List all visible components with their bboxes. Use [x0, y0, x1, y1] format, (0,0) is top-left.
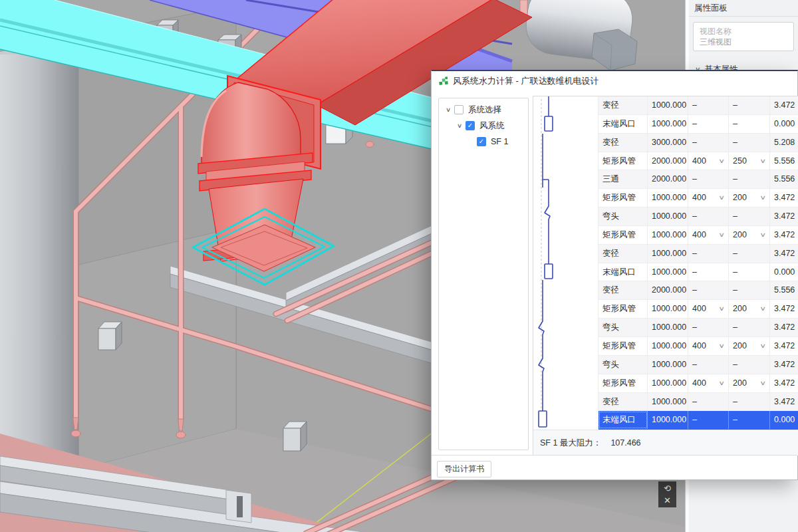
resistance-cell: 5.556 — [770, 152, 798, 170]
resistance-cell: 0.000 — [770, 263, 798, 281]
resistance-cell: 3.472 — [770, 226, 798, 244]
system-tree: ∨系统选择∨✓风系统✓SF 1 — [438, 98, 529, 450]
table-row[interactable]: 变径1000.000––3.472 — [598, 96, 798, 115]
export-report-button[interactable]: 导出计算书 — [437, 461, 491, 477]
height-cell: – — [729, 319, 770, 336]
table-row[interactable]: 变径1000.000––3.472 — [598, 393, 798, 412]
chevron-down-icon[interactable]: ∨ — [760, 300, 767, 318]
table-row[interactable]: 矩形风管1000.000400∨200∨3.472 — [598, 300, 798, 319]
flow-cell: 2000.000 — [648, 152, 688, 170]
checkbox[interactable]: ✓ — [466, 121, 475, 130]
flow-cell: 2000.000 — [648, 281, 688, 299]
resistance-cell: 0.000 — [770, 115, 798, 133]
tree-item-label: 系统选择 — [468, 104, 501, 116]
table-row[interactable]: 矩形风管1000.000400∨200∨3.472 — [598, 226, 798, 245]
properties-panel-title: 属性面板 — [689, 0, 798, 17]
table-row[interactable]: 末端风口1000.000––0.000 — [598, 411, 798, 430]
resistance-cell: 3.472 — [770, 207, 798, 225]
resistance-cell: 5.208 — [770, 134, 798, 152]
height-cell: – — [729, 170, 770, 188]
checkbox[interactable] — [454, 105, 464, 114]
flow-cell: 2000.000 — [648, 170, 688, 188]
flow-cell: 1000.000 — [648, 263, 688, 281]
height-dropdown[interactable]: 200∨ — [729, 300, 770, 318]
chevron-down-icon[interactable]: ∨ — [760, 152, 767, 170]
component-name-cell: 末端风口 — [598, 411, 648, 429]
table-row[interactable]: 矩形风管2000.000400∨250∨5.556 — [598, 152, 798, 171]
height-dropdown[interactable]: 250∨ — [729, 152, 770, 170]
table-row[interactable]: 弯头1000.000––3.472 — [598, 356, 798, 374]
chevron-down-icon[interactable]: ∨ — [719, 226, 726, 244]
width-dropdown[interactable]: 400∨ — [688, 374, 729, 392]
chevron-down-icon[interactable]: ∨ — [455, 122, 465, 129]
table-row[interactable]: 末端风口1000.000––0.000 — [598, 115, 798, 134]
view-name-value: 三维视图 — [700, 37, 787, 47]
width-dropdown[interactable]: 400∨ — [688, 226, 729, 244]
table-row[interactable]: 变径3000.000––5.208 — [598, 134, 798, 152]
chevron-down-icon[interactable]: ∨ — [719, 337, 726, 355]
table-footer: SF 1 最大阻力： 107.466 — [533, 430, 798, 456]
height-dropdown[interactable]: 200∨ — [729, 374, 770, 392]
height-dropdown[interactable]: 200∨ — [729, 337, 770, 355]
view-name-field[interactable]: 视图名称 三维视图 — [693, 22, 794, 51]
chevron-down-icon[interactable]: ∨ — [760, 189, 767, 207]
table-row[interactable]: 弯头1000.000––3.472 — [598, 319, 798, 337]
history-icon[interactable]: ⟲ — [664, 484, 671, 493]
table-row[interactable]: 变径1000.000––3.472 — [598, 245, 798, 263]
chevron-down-icon[interactable]: ∨ — [719, 189, 726, 207]
flow-cell: 1000.000 — [648, 245, 688, 263]
resistance-cell: 3.472 — [770, 245, 798, 263]
flow-cell: 1000.000 — [648, 226, 688, 244]
tree-item[interactable]: ✓SF 1 — [439, 134, 528, 150]
flow-cell: 1000.000 — [648, 356, 688, 374]
checkbox[interactable]: ✓ — [477, 137, 486, 146]
width-dropdown[interactable]: 400∨ — [688, 300, 729, 318]
table-row[interactable]: 三通2000.000––5.556 — [598, 170, 798, 189]
table-row[interactable]: 矩形风管1000.000400∨200∨3.472 — [598, 189, 798, 207]
component-name-cell: 矩形风管 — [598, 300, 648, 318]
table-row[interactable]: 末端风口1000.000––0.000 — [598, 263, 798, 282]
dialog-title: 风系统水力计算 - 广联达数维机电设计 — [453, 75, 599, 87]
width-cell: – — [688, 263, 729, 281]
chevron-down-icon[interactable]: ∨ — [719, 300, 726, 318]
table-row[interactable]: 变径2000.000––5.556 — [598, 281, 798, 300]
component-name-cell: 三通 — [598, 170, 648, 188]
flow-cell: 1000.000 — [648, 96, 688, 114]
width-cell: – — [688, 134, 729, 152]
resistance-cell: 3.472 — [770, 393, 798, 411]
component-name-cell: 弯头 — [598, 319, 648, 336]
table-row[interactable]: 弯头1000.000––3.472 — [598, 207, 798, 226]
resistance-cell: 5.556 — [770, 170, 798, 188]
component-name-cell: 变径 — [598, 281, 648, 299]
table-row[interactable]: 矩形风管1000.000400∨200∨3.472 — [598, 374, 798, 393]
dialog-titlebar[interactable]: 风系统水力计算 - 广联达数维机电设计 — [432, 71, 797, 91]
chevron-down-icon[interactable]: ∨ — [719, 152, 726, 170]
component-name-cell: 变径 — [598, 134, 648, 152]
chevron-down-icon[interactable]: ∨ — [760, 374, 767, 392]
resistance-cell: 5.556 — [770, 281, 798, 299]
height-dropdown[interactable]: 200∨ — [729, 189, 770, 207]
width-cell: – — [688, 411, 729, 429]
height-dropdown[interactable]: 200∨ — [729, 226, 770, 244]
width-dropdown[interactable]: 400∨ — [688, 189, 729, 207]
flow-cell: 1000.000 — [648, 300, 688, 318]
tree-item[interactable]: ∨✓风系统 — [439, 118, 528, 134]
width-dropdown[interactable]: 400∨ — [688, 337, 729, 355]
view-mini-toolbar: ⟲ ✕ — [658, 481, 676, 507]
table-row[interactable]: 矩形风管1000.000400∨200∨3.472 — [598, 337, 798, 356]
chevron-down-icon[interactable]: ∨ — [719, 374, 726, 392]
width-dropdown[interactable]: 400∨ — [688, 152, 729, 170]
resistance-cell: 3.472 — [770, 96, 798, 114]
flow-cell: 1000.000 — [648, 374, 688, 392]
width-cell: – — [688, 356, 729, 374]
width-cell: – — [688, 170, 729, 188]
height-cell: – — [729, 96, 770, 114]
height-cell: – — [729, 115, 770, 133]
component-name-cell: 末端风口 — [598, 115, 648, 133]
chevron-down-icon[interactable]: ∨ — [760, 226, 767, 244]
chevron-down-icon[interactable]: ∨ — [760, 337, 767, 355]
component-name-cell: 弯头 — [598, 207, 648, 225]
chevron-down-icon[interactable]: ∨ — [444, 106, 454, 113]
tree-item[interactable]: ∨系统选择 — [439, 102, 528, 118]
close-icon[interactable]: ✕ — [664, 496, 671, 505]
